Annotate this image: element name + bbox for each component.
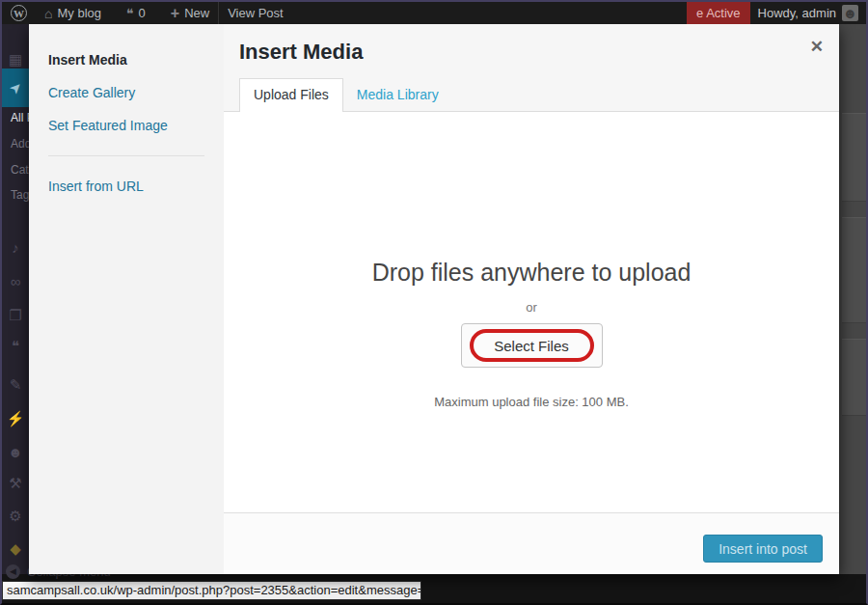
new-label: New: [184, 6, 209, 20]
comment-count: 0: [139, 6, 146, 20]
media-icon: ♪: [12, 235, 19, 261]
pages-icon: ❐: [9, 303, 21, 328]
tab-upload-files[interactable]: Upload Files: [239, 78, 343, 112]
comments-icon[interactable]: ❝: [2, 334, 29, 359]
insert-into-post-button[interactable]: Insert into post: [703, 535, 823, 563]
darkened-panel: [842, 217, 866, 323]
appearance-icon[interactable]: ✎: [2, 372, 29, 398]
plugins-icon: ⚡: [7, 406, 25, 431]
wordpress-logo-icon: W: [11, 5, 27, 21]
menu-item-insert-media[interactable]: Insert Media: [29, 43, 224, 76]
admin-bar: W ⌂ My blog ❝ 0 + New View Post e Active…: [2, 2, 866, 24]
extra-plugin-icon[interactable]: ◆: [2, 536, 29, 562]
submenu-item-tags[interactable]: Tags: [2, 188, 29, 202]
media-modal-header: Insert Media Upload Files Media Library: [224, 24, 839, 112]
account-menu[interactable]: Howdy, admin ☻: [750, 5, 866, 21]
menu-item-set-featured-image[interactable]: Set Featured Image: [29, 109, 224, 142]
uploader-drop-zone[interactable]: Drop files anywhere to upload or Select …: [224, 112, 839, 512]
close-icon: ✕: [810, 38, 824, 56]
links-icon[interactable]: ∞: [2, 269, 29, 294]
site-name-link[interactable]: ⌂ My blog: [36, 2, 110, 24]
screenshot-frame: W ⌂ My blog ❝ 0 + New View Post e Active…: [0, 0, 868, 605]
media-modal-footer: Insert into post: [224, 512, 839, 574]
appearance-icon: ✎: [10, 372, 22, 398]
sidebar-separator: [48, 155, 204, 156]
comments-icon: ❝: [12, 334, 19, 359]
close-button[interactable]: ✕: [810, 38, 824, 57]
tools-icon[interactable]: ⚒: [2, 471, 29, 496]
menu-item-insert-from-url[interactable]: Insert from URL: [29, 170, 224, 203]
tab-media-library[interactable]: Media Library: [343, 78, 452, 111]
home-icon: ⌂: [44, 7, 52, 20]
howdy-label: Howdy, admin: [758, 6, 836, 20]
insert-media-modal: Insert Media Create Gallery Set Featured…: [29, 24, 839, 574]
max-upload-size-text: Maximum upload file size: 100 MB.: [434, 395, 629, 409]
media-icon[interactable]: ♪: [2, 235, 29, 261]
users-icon: ☻: [8, 440, 23, 465]
overlay-right: [839, 24, 866, 574]
comment-bubble-icon: ❝: [126, 7, 134, 20]
browser-status-url: samcampsall.co.uk/wp-admin/post.php?post…: [2, 581, 421, 600]
overlay-bottom: ◀ Collapse menu samcampsall.co.uk/wp-adm…: [2, 574, 866, 603]
settings-icon[interactable]: ⚙: [2, 504, 29, 529]
view-post-link[interactable]: View Post: [219, 2, 292, 24]
submenu-item-add-new[interactable]: Add New: [2, 137, 29, 151]
wp-logo-menu[interactable]: W: [2, 2, 36, 24]
avatar: ☻: [842, 5, 858, 21]
plugins-icon[interactable]: ⚡: [2, 406, 29, 431]
links-icon: ∞: [11, 269, 21, 294]
pages-icon[interactable]: ❐: [2, 303, 29, 328]
darkened-panel: [842, 113, 866, 202]
tools-icon: ⚒: [9, 471, 21, 496]
select-files-button[interactable]: Select Files: [461, 323, 603, 368]
collapse-arrow-icon: ◀: [6, 564, 20, 579]
darkened-panel: [842, 339, 866, 416]
media-modal-main: ✕ Insert Media Upload Files Media Librar…: [224, 24, 839, 574]
or-text: or: [526, 300, 537, 315]
menu-item-create-gallery[interactable]: Create Gallery: [29, 76, 224, 109]
media-router: Upload Files Media Library: [239, 78, 824, 111]
submenu-item-categories[interactable]: Categories: [2, 163, 29, 177]
drop-instructions: Drop files anywhere to upload: [372, 259, 692, 287]
plugin-active-badge[interactable]: e Active: [687, 2, 750, 24]
settings-icon: ⚙: [9, 504, 21, 529]
view-post-label: View Post: [228, 6, 284, 20]
modal-title: Insert Media: [239, 38, 824, 67]
media-modal-sidebar: Insert Media Create Gallery Set Featured…: [29, 24, 224, 574]
plus-icon: +: [171, 6, 179, 21]
new-content-menu[interactable]: + New: [162, 2, 218, 24]
users-icon[interactable]: ☻: [2, 440, 29, 465]
comments-link[interactable]: ❝ 0: [118, 2, 154, 24]
wp-admin-menu: ▦➤♪∞❐❝✎⚡☻⚒⚙◆All PostsAdd NewCategoriesTa…: [2, 24, 29, 603]
submenu-item-all-posts[interactable]: All Posts: [2, 111, 29, 124]
posts-icon[interactable]: ➤: [2, 69, 29, 107]
site-name-label: My blog: [57, 6, 101, 20]
extra-plugin-icon: ◆: [10, 536, 21, 562]
